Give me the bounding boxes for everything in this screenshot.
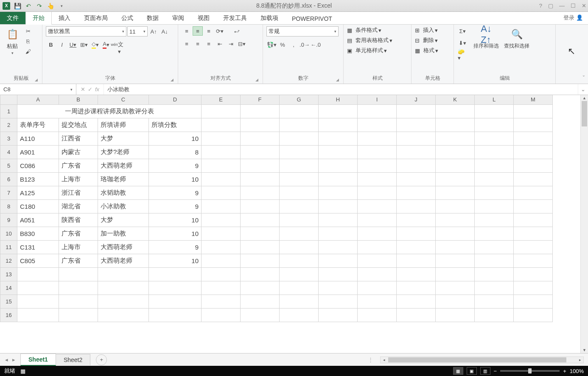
title-cell[interactable]: 一周进步课程讲师及助教评分表 — [17, 104, 202, 118]
cell[interactable] — [59, 295, 98, 308]
tab-dev[interactable]: 开发工具 — [216, 12, 254, 24]
insert-cells-button[interactable]: ⊞ 插入▾ — [415, 26, 438, 34]
column-header[interactable]: K — [436, 95, 475, 104]
qat-customize-icon[interactable]: ▾ — [58, 2, 65, 10]
cell[interactable]: 广东省 — [59, 227, 98, 240]
cancel-icon[interactable]: ✕ — [81, 86, 85, 93]
column-header[interactable]: L — [475, 95, 514, 104]
header-cell[interactable]: 所填分数 — [149, 118, 202, 132]
cell[interactable]: 9 — [149, 159, 202, 172]
cell[interactable] — [436, 199, 475, 213]
cell[interactable] — [241, 172, 280, 186]
minimize-icon[interactable]: — — [559, 3, 565, 9]
cell[interactable] — [358, 281, 397, 295]
expand-formula-bar-icon[interactable]: ⌄ — [578, 84, 588, 95]
row-header[interactable]: 3 — [0, 132, 17, 145]
cell[interactable] — [202, 308, 241, 322]
cell[interactable] — [98, 308, 149, 322]
cell[interactable] — [514, 132, 553, 145]
column-header[interactable]: B — [59, 95, 98, 104]
cell[interactable] — [475, 145, 514, 159]
row-header[interactable]: 4 — [0, 145, 17, 159]
normal-view-icon[interactable]: ▦ — [453, 367, 463, 375]
align-top-icon[interactable]: ≡ — [182, 26, 192, 36]
cell[interactable] — [475, 281, 514, 295]
cell[interactable] — [514, 240, 553, 254]
cell[interactable]: 加一助教 — [98, 227, 149, 240]
cell[interactable] — [241, 240, 280, 254]
cell[interactable] — [241, 199, 280, 213]
cell[interactable]: 上海市 — [59, 172, 98, 186]
cell[interactable] — [358, 186, 397, 199]
cell[interactable] — [241, 159, 280, 172]
cell[interactable] — [319, 199, 358, 213]
horizontal-scrollbar[interactable]: ◂ ▸ — [380, 356, 584, 363]
cut-icon[interactable]: ✂ — [23, 26, 33, 36]
column-header[interactable]: H — [319, 95, 358, 104]
cell[interactable] — [514, 295, 553, 308]
find-select-button[interactable]: 🔍 查找和选择 — [502, 26, 531, 51]
cell[interactable] — [436, 213, 475, 227]
tab-powerpivot[interactable]: POWERPIVOT — [285, 13, 339, 24]
cell[interactable] — [319, 240, 358, 254]
cell[interactable]: A051 — [17, 213, 59, 227]
cell[interactable] — [280, 254, 319, 267]
save-icon[interactable]: 💾 — [14, 2, 21, 10]
cell[interactable] — [436, 132, 475, 145]
cell[interactable] — [319, 186, 358, 199]
cell[interactable] — [319, 104, 358, 118]
underline-button[interactable]: U▾ — [68, 40, 78, 49]
cell[interactable] — [202, 104, 241, 118]
conditional-format-button[interactable]: ▦ 条件格式▾ — [347, 26, 381, 34]
cell[interactable] — [436, 145, 475, 159]
cell[interactable]: 10 — [149, 227, 202, 240]
grid[interactable]: ABCDEFGHIJKLM1一周进步课程讲师及助教评分表2表单序号提交地点所填讲… — [0, 95, 580, 353]
cell[interactable] — [514, 104, 553, 118]
cell[interactable] — [475, 118, 514, 132]
cell[interactable]: 小冰助教 — [98, 199, 149, 213]
format-as-table-button[interactable]: ▤ 套用表格格式▾ — [347, 36, 392, 44]
select-all-corner[interactable] — [0, 95, 17, 104]
sheet-tab-1[interactable]: Sheet1 — [20, 354, 56, 366]
tab-addin[interactable]: 加载项 — [254, 12, 285, 24]
cell[interactable] — [475, 199, 514, 213]
cell[interactable]: 大西萌老师 — [98, 240, 149, 254]
cell[interactable]: A901 — [17, 145, 59, 159]
cell[interactable] — [319, 295, 358, 308]
cell[interactable] — [59, 308, 98, 322]
row-header[interactable]: 12 — [0, 254, 17, 267]
scroll-left-icon[interactable]: ◂ — [381, 358, 387, 362]
header-cell[interactable]: 表单序号 — [17, 118, 59, 132]
border-button[interactable]: ⊞▾ — [79, 40, 89, 49]
cell[interactable]: 水韬助教 — [98, 186, 149, 199]
cell[interactable]: 浙江省 — [59, 186, 98, 199]
merge-button[interactable]: ⊟▾ — [237, 39, 247, 48]
cell[interactable] — [241, 145, 280, 159]
cell[interactable]: B123 — [17, 172, 59, 186]
cell[interactable]: 广东省 — [59, 254, 98, 267]
enter-icon[interactable]: ✓ — [88, 86, 92, 93]
tab-split-handle[interactable]: ⋮ — [368, 356, 373, 363]
row-header[interactable]: 10 — [0, 227, 17, 240]
cell[interactable] — [202, 254, 241, 267]
cell[interactable] — [319, 227, 358, 240]
undo-icon[interactable]: ↶ — [25, 2, 32, 10]
cell[interactable] — [358, 254, 397, 267]
cell[interactable]: C180 — [17, 199, 59, 213]
fx-icon[interactable]: fx — [95, 86, 99, 93]
cell[interactable] — [241, 295, 280, 308]
tab-formula[interactable]: 公式 — [115, 12, 140, 24]
cell[interactable] — [436, 186, 475, 199]
zoom-level[interactable]: 100% — [570, 368, 584, 374]
cell[interactable] — [514, 281, 553, 295]
cell[interactable] — [202, 281, 241, 295]
login-link[interactable]: 登录 👤 — [558, 11, 588, 24]
cell[interactable]: 广东省 — [59, 159, 98, 172]
cell[interactable] — [202, 199, 241, 213]
cell[interactable] — [436, 104, 475, 118]
cell[interactable]: 江西省 — [59, 132, 98, 145]
tab-insert[interactable]: 插入 — [52, 12, 77, 24]
cell[interactable] — [280, 281, 319, 295]
cell[interactable] — [17, 267, 59, 281]
cell[interactable] — [98, 295, 149, 308]
